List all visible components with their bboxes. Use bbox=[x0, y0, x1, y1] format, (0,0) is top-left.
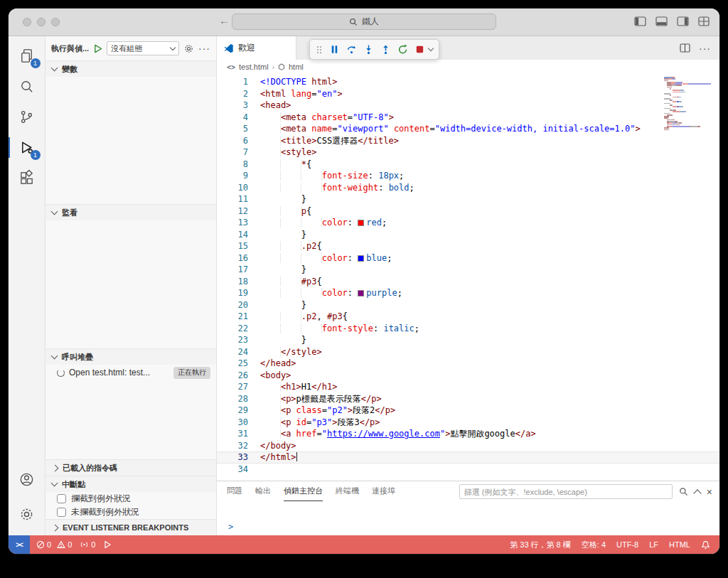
code-line[interactable]: 26<body> bbox=[217, 370, 719, 382]
section-variables[interactable]: 變數 bbox=[46, 60, 216, 77]
code-line[interactable]: 5 <meta name="viewport" content="width=d… bbox=[217, 123, 719, 135]
drag-handle-icon[interactable] bbox=[316, 45, 323, 55]
settings-button[interactable] bbox=[9, 499, 46, 530]
close-panel-icon[interactable]: × bbox=[707, 487, 712, 497]
section-loaded-scripts[interactable]: 已載入的指令碼 bbox=[46, 459, 216, 476]
breadcrumb-file[interactable]: test.html bbox=[239, 63, 269, 71]
color-swatch[interactable] bbox=[358, 220, 364, 226]
line-number[interactable]: 1 bbox=[217, 76, 260, 88]
line-number[interactable]: 11 bbox=[217, 193, 260, 205]
code-line[interactable]: 18 #p3{ bbox=[217, 276, 719, 288]
code-line[interactable]: 31 <a href="https://www.google.com">點擊開啟… bbox=[217, 428, 719, 440]
line-number[interactable]: 32 bbox=[217, 440, 260, 452]
line-number[interactable]: 31 bbox=[217, 428, 260, 440]
debug-status-icon[interactable] bbox=[103, 540, 112, 549]
cursor-position[interactable]: 第 33 行，第 8 欄 bbox=[510, 540, 571, 550]
toggle-secondary-sidebar-icon[interactable] bbox=[677, 16, 689, 26]
line-number[interactable]: 34 bbox=[217, 464, 260, 476]
line-number[interactable]: 17 bbox=[217, 264, 260, 276]
step-into-icon[interactable] bbox=[363, 44, 374, 55]
minimap[interactable] bbox=[664, 77, 711, 132]
code-line[interactable]: 11 } bbox=[217, 193, 719, 205]
toggle-panel-icon[interactable] bbox=[655, 16, 668, 26]
toggle-sidebar-icon[interactable] bbox=[634, 16, 646, 26]
line-number[interactable]: 10 bbox=[217, 182, 260, 194]
stop-dropdown-chevron-icon[interactable] bbox=[428, 46, 434, 51]
code-line[interactable]: 23 } bbox=[217, 334, 719, 346]
account-button[interactable] bbox=[9, 464, 46, 495]
code-line[interactable]: 29 <p class="p2">段落2</p> bbox=[217, 405, 719, 417]
pause-icon[interactable] bbox=[329, 44, 340, 55]
minimize-window-button[interactable] bbox=[37, 18, 46, 26]
line-number[interactable]: 18 bbox=[217, 276, 260, 288]
debug-config-dropdown[interactable]: 沒有組態 bbox=[107, 41, 179, 55]
line-number[interactable]: 2 bbox=[217, 88, 260, 100]
line-number[interactable]: 14 bbox=[217, 229, 260, 241]
section-event-listener-breakpoints[interactable]: EVENT LISTENER BREAKPOINTS bbox=[46, 519, 216, 535]
line-number[interactable]: 13 bbox=[217, 217, 260, 229]
zoom-window-button[interactable] bbox=[51, 18, 60, 26]
eol-sequence[interactable]: LF bbox=[649, 540, 658, 549]
code-line[interactable]: 10 font-weight: bold; bbox=[217, 182, 719, 194]
split-editor-icon[interactable] bbox=[680, 43, 690, 53]
nav-back-icon[interactable]: ← bbox=[219, 14, 230, 26]
code-line[interactable]: 19 color: purple; bbox=[217, 287, 719, 299]
breakpoint-uncaught-exceptions[interactable]: 未攔截到例外狀況 bbox=[46, 505, 216, 519]
sidebar-more-actions-icon[interactable]: ··· bbox=[198, 43, 210, 54]
line-number[interactable]: 7 bbox=[217, 146, 260, 159]
line-number[interactable]: 30 bbox=[217, 417, 260, 429]
code-line[interactable]: 22 font-style: italic; bbox=[217, 323, 719, 335]
section-breakpoints[interactable]: 中斷點 bbox=[46, 476, 216, 492]
code-line[interactable]: 33</html> bbox=[217, 451, 719, 464]
code-line[interactable]: 3<head> bbox=[217, 100, 719, 112]
start-debug-button[interactable] bbox=[93, 44, 102, 53]
ports-status[interactable]: 0 bbox=[80, 540, 95, 549]
debug-console-filter-input[interactable] bbox=[459, 484, 673, 499]
breakpoint-caught-exceptions[interactable]: 攔截到例外狀況 bbox=[46, 492, 216, 505]
breadcrumb-symbol[interactable]: html bbox=[289, 63, 304, 71]
activity-explorer[interactable]: 1 bbox=[9, 41, 46, 71]
code-line[interactable]: 14 } bbox=[217, 229, 719, 241]
code-line[interactable]: 1<!DOCTYPE html> bbox=[217, 76, 719, 88]
code-line[interactable]: 8 *{ bbox=[217, 159, 719, 171]
code-line[interactable]: 6 <title>CSS選擇器</title> bbox=[217, 135, 719, 147]
close-window-button[interactable] bbox=[23, 18, 31, 26]
code-editor[interactable]: 1<!DOCTYPE html>2<html lang="en">3<head>… bbox=[217, 74, 719, 481]
panel-tab-terminal[interactable]: 終端機 bbox=[336, 481, 359, 501]
line-number[interactable]: 26 bbox=[217, 370, 260, 382]
line-number[interactable]: 19 bbox=[217, 287, 260, 299]
section-watch[interactable]: 監看 bbox=[46, 204, 216, 220]
code-line[interactable]: 34 bbox=[217, 464, 719, 476]
panel-tab-problems[interactable]: 問題 bbox=[227, 481, 242, 501]
line-number[interactable]: 9 bbox=[217, 170, 260, 182]
editor-more-actions-icon[interactable]: ··· bbox=[699, 43, 711, 54]
notifications-bell-icon[interactable] bbox=[701, 540, 710, 550]
step-over-icon[interactable] bbox=[346, 44, 357, 55]
debug-settings-gear-icon[interactable] bbox=[183, 43, 194, 54]
code-line[interactable]: 16 color: blue; bbox=[217, 252, 719, 264]
code-line[interactable]: 25</head> bbox=[217, 358, 719, 370]
code-line[interactable]: 15 .p2{ bbox=[217, 240, 719, 252]
code-line[interactable]: 4 <meta charset="UTF-8"> bbox=[217, 112, 719, 124]
code-line[interactable]: 28 <p>p標籤是表示段落</p> bbox=[217, 393, 719, 405]
code-line[interactable]: 17 } bbox=[217, 264, 719, 276]
activity-search[interactable] bbox=[9, 71, 46, 102]
indentation[interactable]: 空格: 4 bbox=[582, 540, 606, 550]
call-stack-session[interactable]: Open test.html: test... 正在執行 bbox=[46, 365, 216, 380]
code-line[interactable]: 7 <style> bbox=[217, 146, 719, 159]
line-number[interactable]: 33 bbox=[217, 451, 260, 464]
step-out-icon[interactable] bbox=[380, 44, 391, 55]
activity-source-control[interactable] bbox=[9, 102, 46, 132]
line-number[interactable]: 5 bbox=[217, 123, 260, 135]
section-call-stack[interactable]: 呼叫堆疊 bbox=[46, 348, 216, 365]
stop-icon[interactable] bbox=[414, 44, 425, 55]
line-number[interactable]: 3 bbox=[217, 100, 260, 112]
line-number[interactable]: 29 bbox=[217, 405, 260, 417]
line-number[interactable]: 23 bbox=[217, 334, 260, 346]
encoding[interactable]: UTF-8 bbox=[616, 540, 638, 549]
line-number[interactable]: 15 bbox=[217, 240, 260, 252]
code-line[interactable]: 12 p{ bbox=[217, 205, 719, 218]
line-number[interactable]: 12 bbox=[217, 205, 260, 218]
code-line[interactable]: 24 </style> bbox=[217, 346, 719, 358]
color-swatch[interactable] bbox=[358, 255, 364, 262]
